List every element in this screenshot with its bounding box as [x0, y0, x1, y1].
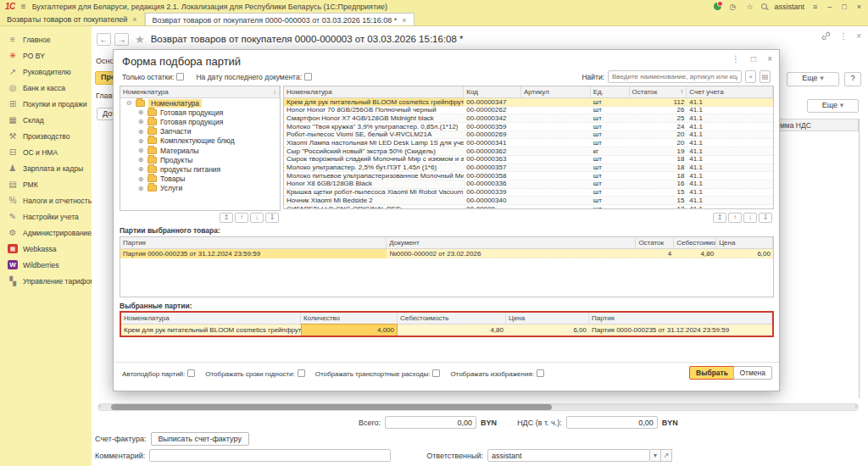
tree-node[interactable]: ⊕ Запчасти	[120, 127, 280, 136]
help-button[interactable]: ?	[844, 72, 861, 86]
product-row[interactable]: Робот-пылесос Viomi SE, белый V-RVCLM21A…	[284, 131, 773, 140]
scroll-right-arrow-icon[interactable]: ›	[855, 403, 857, 409]
sidebar-item[interactable]: ✳ PO BY	[0, 47, 92, 64]
minimize-button[interactable]: –	[826, 3, 833, 11]
expand-icon[interactable]: ⊕	[137, 128, 144, 136]
column-header[interactable]: Остаток	[636, 237, 674, 248]
close-document-icon[interactable]: ×	[856, 31, 861, 41]
sidebar-item[interactable]: ✎ Настройки учета	[0, 208, 92, 225]
more-menu-icon[interactable]: ⋮	[839, 31, 848, 41]
column-header[interactable]: Себестоимость	[674, 237, 716, 248]
checkbox-icon[interactable]	[304, 73, 312, 80]
tab-main-fragment[interactable]: Основн	[96, 57, 114, 65]
tab-close-icon[interactable]: ×	[402, 16, 406, 25]
total-input[interactable]	[385, 416, 476, 429]
go-top-icon[interactable]: ↥	[713, 213, 726, 223]
column-header[interactable]: Себестоимость	[398, 313, 506, 324]
clear-search-icon[interactable]: ×	[745, 70, 756, 83]
responsible-input[interactable]	[487, 449, 650, 462]
expand-icon[interactable]: ⊕	[137, 165, 144, 173]
product-row[interactable]: Сырок творожный сладкий Молочный Мир с и…	[284, 156, 773, 164]
tree-node[interactable]: ⊕ Услуги	[120, 184, 280, 193]
tab-returns-list[interactable]: Возвраты товаров от покупателей ×	[0, 13, 145, 25]
sidebar-item[interactable]: ▤ РМК	[0, 176, 92, 192]
add-button-fragment[interactable]: Доба	[97, 108, 114, 120]
up-icon[interactable]: ↑	[728, 213, 742, 223]
go-bottom-icon[interactable]: ↧	[759, 213, 772, 223]
table-more-button[interactable]: Еще ▾	[807, 99, 859, 113]
responsible-choose-icon[interactable]: ▾	[650, 449, 661, 462]
comment-input[interactable]	[149, 449, 391, 462]
column-header[interactable]: Код	[464, 86, 521, 97]
link-icon[interactable]	[821, 31, 831, 41]
expand-icon[interactable]: ⊕	[137, 185, 144, 192]
horizontal-scrollbar[interactable]: ‹ ›	[97, 403, 859, 411]
selected-batch-row[interactable]: Крем для рук питательный BLOOM cosmetics…	[121, 325, 772, 336]
product-row[interactable]: Крем для рук питательный BLOOM cosmetics…	[284, 98, 773, 107]
option-checkbox[interactable]: Отображать транспортные расходы:	[315, 369, 441, 378]
product-row[interactable]: Honor X8 6GB/128GB Black 00-00000336 шт …	[284, 180, 773, 189]
option-checkbox[interactable]: Автоподбор партий:	[122, 369, 195, 378]
product-row[interactable]: Крышка щетки робот-пылесоса Xiaomi Mi Ro…	[284, 189, 773, 197]
checkbox-icon[interactable]	[187, 369, 195, 377]
main-menu-icon[interactable]: ≡	[21, 2, 26, 11]
down-icon[interactable]: ↓	[250, 213, 264, 223]
column-header[interactable]: Количество	[301, 313, 398, 324]
product-row[interactable]: СИГАРЕТЫ LD CNG ORIGINAL RED 00-00000 шт…	[284, 205, 773, 209]
issue-invoice-button[interactable]: Выписать счет-фактуру	[151, 432, 249, 446]
favorite-star-icon[interactable]: ★	[135, 33, 145, 46]
sidebar-item[interactable]: ▦ Webkassa	[0, 241, 92, 257]
tree-node[interactable]: ⊕ Готовая продукция	[120, 108, 280, 117]
product-row[interactable]: Смартфон Honor X7 4GB/128GB Midnight bla…	[284, 114, 773, 123]
search-icon[interactable]	[761, 3, 767, 9]
responsible-open-icon[interactable]: ↗	[661, 449, 672, 462]
restore-button[interactable]: □	[840, 3, 848, 11]
column-header[interactable]: Цена	[716, 237, 773, 248]
tab-close-icon[interactable]: ×	[132, 15, 136, 24]
dialog-more-icon[interactable]: ⋮	[732, 54, 740, 64]
column-header[interactable]: Ед.	[591, 86, 630, 97]
go-bottom-icon[interactable]: ↧	[265, 213, 279, 223]
column-header[interactable]: Счет учета	[687, 86, 773, 97]
column-header[interactable]: Партия	[120, 237, 387, 248]
column-header[interactable]: Документ	[387, 237, 636, 248]
sidebar-item[interactable]: ≡ Главное	[0, 31, 92, 47]
option-checkbox[interactable]: Отображать сроки годности:	[205, 369, 304, 378]
selected-quantity-cell[interactable]: 4,000	[301, 324, 398, 336]
vat-input[interactable]	[566, 416, 658, 429]
favorites-star-icon[interactable]: ☆	[744, 3, 754, 11]
expand-icon[interactable]: ⊕	[137, 108, 144, 116]
column-header[interactable]: Остаток↑	[630, 86, 687, 97]
back-arrow-icon[interactable]: ←	[97, 33, 111, 46]
expand-icon[interactable]: ⊕	[137, 156, 144, 164]
sidebar-item[interactable]: W Wildberries	[0, 257, 92, 273]
history-icon[interactable]: ◷	[728, 3, 738, 11]
post-and-close-button-fragment[interactable]: Прове	[95, 71, 114, 85]
close-window-button[interactable]: ×	[855, 3, 863, 11]
expand-icon[interactable]: ⊕	[137, 175, 144, 183]
tab-return-document[interactable]: Возврат товаров от покупателя 0000-00000…	[145, 13, 415, 25]
option-checkbox[interactable]: Отображать изображения:	[450, 369, 544, 378]
choose-button[interactable]: Выбрать	[689, 366, 735, 380]
tree-node[interactable]: ⊕ продукты питания	[120, 164, 280, 174]
more-button[interactable]: Еще ▾	[787, 72, 839, 86]
column-header[interactable]: Номенклатура	[284, 86, 464, 97]
sidebar-item[interactable]: ♟ Зарплата и кадры	[0, 160, 92, 176]
dialog-close-icon[interactable]: ×	[767, 54, 772, 64]
search-input[interactable]	[608, 70, 742, 83]
service-menu-icon[interactable]: ≡	[811, 3, 819, 11]
column-header[interactable]: Номенклатура	[121, 313, 301, 324]
advanced-search-icon[interactable]: ▤	[760, 70, 771, 83]
expand-icon[interactable]: ⊕	[137, 147, 144, 154]
collapse-icon[interactable]: ⊖	[125, 99, 132, 107]
sidebar-item[interactable]: ⊟ ОС и НМА	[0, 144, 92, 160]
on-last-doc-date-checkbox[interactable]: На дату последнего документа:	[196, 73, 312, 81]
checkbox-icon[interactable]	[432, 369, 440, 377]
product-row[interactable]: Молоко питьевое ультрапастеризованное Мо…	[284, 172, 773, 180]
expand-icon[interactable]: ⊕	[137, 137, 144, 145]
tree-node[interactable]: ⊕ Продукты	[120, 155, 280, 164]
notifications-icon[interactable]	[714, 3, 721, 10]
product-row[interactable]: Молоко ультрапастер. 2,5% бут.ПЭТ 1,45л …	[284, 164, 773, 173]
column-header[interactable]: Артикул	[521, 86, 591, 97]
only-remainders-checkbox[interactable]: Только остатки:	[122, 73, 184, 81]
